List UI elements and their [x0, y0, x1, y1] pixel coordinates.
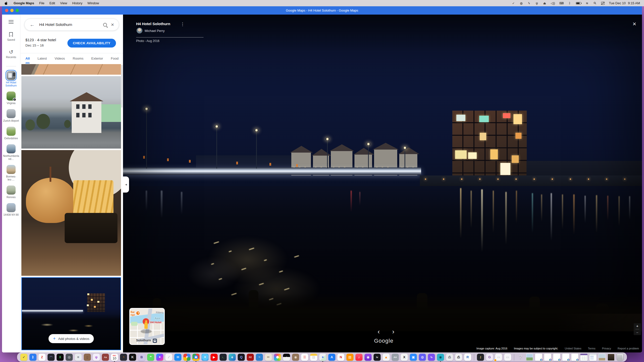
diagnostics-dock-icon[interactable]: ⌗: [75, 354, 82, 361]
tab-videos[interactable]: Videos: [55, 53, 65, 63]
menubar-item-window[interactable]: Window: [85, 1, 101, 5]
sidebar-place-6[interactable]: Rennes: [3, 186, 19, 199]
search-bar[interactable]: ← H4 Hotel Solothurn ✕: [24, 19, 119, 31]
apple-maps-dock-icon[interactable]: ⌖: [319, 354, 326, 361]
leather-folio-dock-icon[interactable]: ▯: [84, 354, 91, 361]
x11-dock-icon[interactable]: X: [401, 354, 408, 361]
close-photo-icon[interactable]: ✕: [632, 21, 636, 27]
ac-remote-dock-icon[interactable]: ▭: [495, 354, 502, 361]
photo-thumb-tiles[interactable]: [21, 64, 121, 75]
zoom-out-button[interactable]: −: [636, 330, 638, 335]
sidebar-place-4[interactable]: Northumberland…: [3, 144, 19, 160]
close-window-button[interactable]: [5, 9, 8, 12]
sidebar-item-saved[interactable]: Saved: [7, 32, 15, 41]
zoom-in-button[interactable]: +: [636, 324, 638, 328]
collapse-panel-button[interactable]: ◀: [123, 176, 129, 193]
reminders-dock-icon[interactable]: ☰: [301, 354, 308, 361]
check-availability-button[interactable]: CHECK AVAILABILITY: [67, 39, 116, 48]
sheet-doc-dock-icon[interactable]: [580, 354, 587, 361]
back-icon[interactable]: ←: [29, 22, 36, 28]
menubar-item-file[interactable]: File: [37, 1, 47, 5]
font-book-dock-icon[interactable]: AA: [392, 354, 399, 361]
terminal-dock-icon[interactable]: ›_: [220, 354, 227, 361]
audiobooks-dock-icon[interactable]: ▤: [346, 354, 353, 361]
sidebar-place-0[interactable]: H4 Hotel Solothurn: [3, 71, 19, 87]
chrome-doc-2-dock-icon[interactable]: [544, 354, 551, 361]
menubar-item-history[interactable]: History: [70, 1, 85, 5]
voice-memo-dock-icon[interactable]: ∿: [428, 354, 435, 361]
chrome-doc-5-dock-icon[interactable]: [571, 354, 578, 361]
photo-thumb-burger[interactable]: [21, 150, 121, 276]
search-input[interactable]: H4 Hotel Solothurn: [39, 22, 100, 27]
image-pano-dock-icon[interactable]: [598, 354, 606, 361]
audio-meter-dock-icon[interactable]: ‖: [57, 354, 64, 361]
usb-status-icon[interactable]: ψ: [535, 2, 539, 5]
chrome-doc-1-dock-icon[interactable]: [535, 354, 542, 361]
photo-thumb-night-selected[interactable]: + Add photos & videos: [21, 277, 121, 350]
app-store-dock-icon[interactable]: A: [328, 354, 335, 361]
filezilla-dock-icon[interactable]: FZ: [247, 354, 254, 361]
podcasts-dock-icon[interactable]: ◉: [365, 354, 372, 361]
chrome-doc-3-dock-icon[interactable]: [553, 354, 560, 361]
photo-thumb-river-view[interactable]: [21, 76, 121, 149]
bar-poi-icon[interactable]: [136, 311, 140, 315]
contacts-dock-icon[interactable]: ◉: [292, 354, 299, 361]
search-icon[interactable]: [103, 23, 107, 27]
sidebar-place-3[interactable]: Oxfordshire: [3, 127, 19, 140]
menu-clock[interactable]: Tue Dec 10 9:15 AM: [609, 1, 640, 5]
privacy-dial-dock-icon[interactable]: ◎: [66, 354, 73, 361]
footer-link-report-a-problem[interactable]: Report a problem: [618, 347, 639, 350]
battery-status-icon[interactable]: [576, 2, 581, 5]
sidebar-place-5[interactable]: Bormes-les-…: [3, 165, 19, 181]
input-source-status-icon[interactable]: ⌨: [559, 2, 564, 5]
home-g-dock-icon[interactable]: G: [486, 354, 493, 361]
map-zoom-control[interactable]: + −: [634, 323, 641, 335]
ac-remote-2-dock-icon[interactable]: ▭: [504, 354, 511, 361]
messages-dock-icon[interactable]: ❝: [147, 354, 154, 361]
screenshot-file-dock-icon[interactable]: [526, 354, 533, 361]
gimp-dock-icon[interactable]: ✏: [265, 354, 272, 361]
bibdesk-dock-icon[interactable]: B: [138, 354, 145, 361]
tab-exterior[interactable]: Exterior: [91, 53, 103, 63]
window-title-bar[interactable]: Google Maps - H4 Hotel Solothurn - Googl…: [2, 6, 642, 15]
bluetooth-app-dock-icon[interactable]: ᛒ: [29, 354, 36, 361]
calendar-dock-icon[interactable]: DEC10: [111, 354, 118, 361]
tab-rooms[interactable]: Rooms: [73, 53, 84, 63]
privacy-status-icon[interactable]: ◍: [519, 2, 523, 5]
clear-search-icon[interactable]: ✕: [110, 22, 115, 27]
sidebar-place-2[interactable]: Zurich Airport: [3, 109, 19, 122]
youtube-dock-icon[interactable]: ▶: [211, 354, 218, 361]
dictionary-dock-icon[interactable]: Aa: [102, 354, 109, 361]
missing-app-dock-icon[interactable]: ?: [517, 354, 524, 361]
author-avatar[interactable]: [137, 28, 142, 33]
quicktime-dock-icon[interactable]: Q: [238, 354, 245, 361]
pegman-icon[interactable]: [144, 322, 148, 329]
flash-status-icon[interactable]: ϟ: [527, 2, 531, 5]
menubar-item-edit[interactable]: Edit: [47, 1, 58, 5]
speedtest-dock-icon[interactable]: ◠: [48, 354, 55, 361]
notes-dock-icon[interactable]: ▤: [310, 354, 317, 361]
zoom-app-dock-icon[interactable]: ▣: [410, 354, 417, 361]
chrome-doc-4-dock-icon[interactable]: [562, 354, 569, 361]
sketch-note-dock-icon[interactable]: ∕: [165, 354, 172, 361]
piano-dock-icon[interactable]: ♪: [283, 354, 290, 361]
bluetooth-status-icon[interactable]: ᛒ: [568, 2, 572, 5]
active-app-name[interactable]: Google Maps: [11, 1, 37, 5]
photo-author[interactable]: Michael Perry: [145, 29, 165, 33]
keychain-dock-icon[interactable]: ⚷: [477, 354, 484, 361]
eject-status-icon[interactable]: ⏏: [543, 2, 546, 5]
safari-dock-icon[interactable]: ✦: [202, 354, 209, 361]
vlc-dock-icon[interactable]: ▲: [383, 354, 390, 361]
messenger-dock-icon[interactable]: ✦: [156, 354, 163, 361]
usb-tool-dock-icon[interactable]: ψ: [93, 354, 100, 361]
one-switch-dock-icon[interactable]: ✓: [20, 354, 27, 361]
openoffice-dock-icon[interactable]: ~: [256, 354, 263, 361]
wifi-status-icon[interactable]: ≋: [585, 2, 589, 5]
firefox-dock-icon[interactable]: ◔: [120, 354, 127, 361]
sidebar-item-recents[interactable]: ↺ Recents: [6, 50, 16, 59]
footer-link-privacy[interactable]: Privacy: [602, 347, 611, 350]
google-maps-app-dock-icon[interactable]: ▼: [183, 354, 190, 361]
apple-tv-dock-icon[interactable]: tv: [374, 354, 381, 361]
image-art-dock-icon[interactable]: [608, 354, 615, 361]
control-center-status-icon[interactable]: [601, 2, 605, 5]
